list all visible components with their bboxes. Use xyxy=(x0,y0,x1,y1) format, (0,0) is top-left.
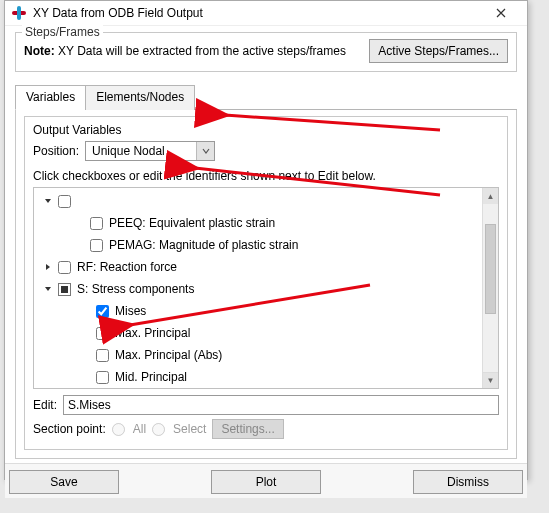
tree-checkbox-maxp[interactable] xyxy=(96,327,109,340)
note-text: Note: XY Data will be extracted from the… xyxy=(24,44,359,58)
close-button[interactable] xyxy=(481,1,521,25)
caret-down-icon[interactable] xyxy=(42,283,54,295)
tree-checkbox-midp[interactable] xyxy=(96,371,109,384)
radio-all-label: All xyxy=(133,422,146,436)
radio-all xyxy=(112,423,125,436)
edit-input[interactable] xyxy=(63,395,499,415)
save-button[interactable]: Save xyxy=(9,470,119,494)
tree-item-label: S: Stress components xyxy=(77,282,194,296)
radio-select xyxy=(152,423,165,436)
hint-text: Click checkboxes or edit the identifiers… xyxy=(33,169,499,183)
svg-rect-1 xyxy=(17,6,21,20)
dialog-window: XY Data from ODB Field Output Steps/Fram… xyxy=(4,0,528,480)
tree-item-label: Mid. Principal xyxy=(115,370,187,384)
tree-checkbox[interactable] xyxy=(58,195,71,208)
tree-checkbox-pemag[interactable] xyxy=(90,239,103,252)
tab-elements-nodes[interactable]: Elements/Nodes xyxy=(85,85,195,110)
position-combo[interactable]: Unique Nodal xyxy=(85,141,215,161)
tab-variables[interactable]: Variables xyxy=(15,85,86,110)
tree-checkbox-peeq[interactable] xyxy=(90,217,103,230)
steps-frames-group: Steps/Frames Note: XY Data will be extra… xyxy=(15,32,517,72)
tree-checkbox-s-mixed[interactable] xyxy=(58,283,71,296)
button-bar: Save Plot Dismiss xyxy=(5,463,527,498)
tabs: Variables Elements/Nodes xyxy=(15,84,517,110)
settings-button: Settings... xyxy=(212,419,283,439)
output-variables-legend: Output Variables xyxy=(33,123,499,137)
dismiss-button[interactable]: Dismiss xyxy=(413,470,523,494)
position-value: Unique Nodal xyxy=(86,144,196,158)
app-icon xyxy=(11,5,27,21)
tree-item-label: Max. Principal xyxy=(115,326,190,340)
edit-label: Edit: xyxy=(33,398,57,412)
tree-item-label: RF: Reaction force xyxy=(77,260,177,274)
output-variables-group: Output Variables Position: Unique Nodal … xyxy=(24,116,508,450)
tree-checkbox-rf[interactable] xyxy=(58,261,71,274)
caret-right-icon[interactable] xyxy=(42,261,54,273)
scroll-down-icon[interactable]: ▼ xyxy=(483,372,498,388)
scroll-up-icon[interactable]: ▲ xyxy=(483,188,498,204)
caret-down-icon[interactable] xyxy=(42,195,54,207)
active-steps-frames-button[interactable]: Active Steps/Frames... xyxy=(369,39,508,63)
scrollbar[interactable]: ▲ ▼ xyxy=(482,188,498,388)
window-title: XY Data from ODB Field Output xyxy=(33,6,481,20)
titlebar: XY Data from ODB Field Output xyxy=(5,1,527,26)
variable-tree: PEEQ: Equivalent plastic strain PEMAG: M… xyxy=(33,187,499,389)
tree-item-label: PEMAG: Magnitude of plastic strain xyxy=(109,238,298,252)
radio-select-label: Select xyxy=(173,422,206,436)
position-label: Position: xyxy=(33,144,79,158)
tree-item-label: Max. Principal (Abs) xyxy=(115,348,222,362)
tree-item-label: PEEQ: Equivalent plastic strain xyxy=(109,216,275,230)
section-point-label: Section point: xyxy=(33,422,106,436)
chevron-down-icon[interactable] xyxy=(196,142,214,160)
tree-checkbox-mises[interactable] xyxy=(96,305,109,318)
plot-button[interactable]: Plot xyxy=(211,470,321,494)
tree-checkbox-maxpa[interactable] xyxy=(96,349,109,362)
tree-item-label: Mises xyxy=(115,304,146,318)
steps-frames-legend: Steps/Frames xyxy=(22,25,103,39)
scroll-thumb[interactable] xyxy=(485,224,496,314)
